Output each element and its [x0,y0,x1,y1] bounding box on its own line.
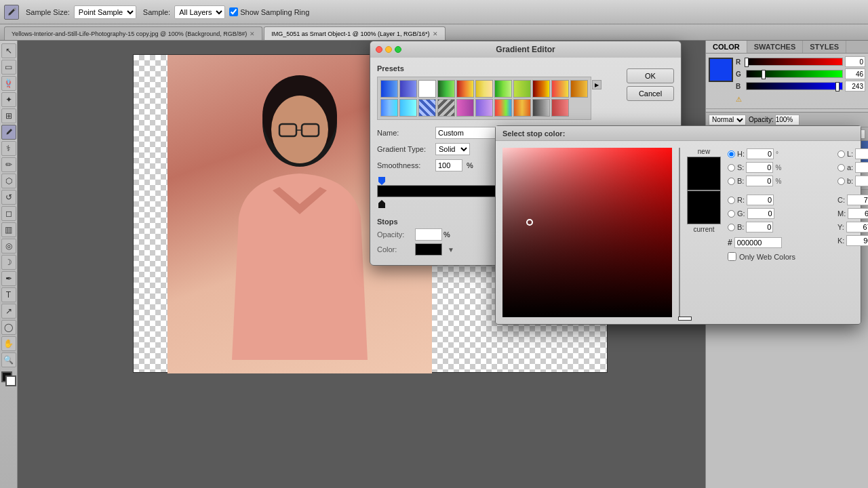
L-input[interactable] [855,148,868,159]
preset-15[interactable] [456,99,474,117]
foreground-bg-colors[interactable] [1,371,16,386]
gradient-tool[interactable]: ▥ [1,222,16,237]
g-thumb[interactable] [762,70,766,79]
show-sampling-wrap[interactable]: Show Sampling Ring [229,7,309,16]
blur-tool[interactable]: ◎ [1,239,16,253]
move-tool[interactable]: ↖ [1,43,16,58]
b3-input[interactable] [855,176,868,186]
H-radio[interactable] [728,150,735,158]
S-radio[interactable] [728,164,735,171]
hex-input[interactable] [734,237,782,248]
gradient-cancel-btn[interactable]: Cancel [627,86,674,101]
pen-tool[interactable]: ✒ [1,271,16,286]
preset-7[interactable] [513,80,531,98]
tab-1[interactable]: IMG_5051 as Smart Object-1 @ 100% (Layer… [264,26,445,40]
zoom-tool[interactable]: 🔍 [1,352,16,367]
Y-input[interactable] [846,222,868,232]
shape-tool[interactable]: ◯ [1,320,16,335]
sample-select[interactable]: All Layers [174,5,225,19]
type-select[interactable]: Solid Noise [435,143,470,155]
preset-5[interactable] [475,80,493,98]
r-input[interactable]: 0 [845,56,865,67]
color-stop-swatch[interactable] [415,243,442,256]
path-select-tool[interactable]: ↗ [1,304,16,319]
preset-19[interactable] [532,99,550,117]
r-slider[interactable] [746,58,843,66]
G-input[interactable] [747,208,774,219]
dodge-tool[interactable]: ☽ [1,255,16,270]
eyedropper-tool-left[interactable] [1,125,16,140]
presets-more-btn[interactable]: ▶ [592,80,601,89]
B-input[interactable] [746,176,773,186]
b3-radio[interactable] [837,178,845,185]
preset-13[interactable] [418,99,436,117]
K-input[interactable] [846,235,868,246]
minimize-dot[interactable] [385,46,392,53]
lasso-tool[interactable]: 🪢 [1,76,16,91]
styles-tab[interactable]: STYLES [803,41,846,53]
color-stop-0[interactable] [378,200,385,208]
preset-4[interactable] [456,80,474,98]
preset-8[interactable] [532,80,550,98]
blend-mode-select[interactable]: Normal [709,115,746,125]
R-radio[interactable] [728,197,735,204]
color-saturation-field[interactable] [502,148,672,317]
preset-3[interactable] [437,80,455,98]
maximize-dot[interactable] [395,46,401,53]
b-input[interactable]: 243 [845,81,865,92]
dropdown-arrow[interactable]: ▼ [448,246,454,253]
tab-1-close[interactable]: ✕ [433,30,438,37]
preset-9[interactable] [551,80,569,98]
wand-tool[interactable]: ✦ [1,92,16,107]
hue-thumb[interactable] [678,317,692,321]
preset-6[interactable] [494,80,512,98]
tab-0[interactable]: Yellows-Interior-and-Still-Life-Photogra… [4,26,262,40]
B-radio[interactable] [728,178,735,185]
history-tool[interactable]: ↺ [1,190,16,205]
eraser-tool[interactable]: ◻ [1,206,16,221]
preset-18[interactable] [513,99,531,117]
crop-tool[interactable]: ⊞ [1,108,16,123]
hue-bar[interactable] [679,148,680,317]
tab-0-close[interactable]: ✕ [250,30,255,37]
opacity-input[interactable] [775,115,800,125]
preset-1[interactable] [399,80,417,98]
H-input[interactable] [747,148,774,159]
swatches-tab[interactable]: SWATCHES [747,41,804,53]
healing-tool[interactable]: ⚕ [1,141,16,156]
gradient-ok-btn[interactable]: OK [627,68,674,83]
r-thumb[interactable] [745,58,749,67]
only-web-checkbox[interactable] [728,252,736,261]
text-tool[interactable]: T [1,287,16,302]
R-input[interactable] [747,195,774,205]
opacity-value-input[interactable] [415,228,442,241]
g-input[interactable]: 46 [845,68,865,79]
smoothness-input[interactable] [435,159,462,171]
b-thumb[interactable] [835,82,840,92]
brush-tool[interactable]: ✏ [1,157,16,172]
hand-tool[interactable]: ✋ [1,336,16,351]
stamp-tool[interactable]: ⬡ [1,174,16,188]
G-radio[interactable] [728,210,735,218]
show-sampling-checkbox[interactable] [229,7,238,16]
sample-size-select[interactable]: Point Sample [74,5,136,19]
B2-input[interactable] [746,222,773,232]
preset-20[interactable] [551,99,569,117]
g-slider[interactable] [746,70,843,78]
preset-12[interactable] [399,99,417,117]
select-tool[interactable]: ▭ [1,60,16,75]
close-dot[interactable] [376,46,382,53]
C-input[interactable] [847,195,868,205]
a-input[interactable] [855,162,868,173]
color-preview-swatch[interactable] [709,58,733,82]
preset-16[interactable] [475,99,493,117]
preset-10[interactable] [570,80,588,98]
eyedropper-tool[interactable] [4,5,19,20]
preset-11[interactable] [380,99,398,117]
L-radio[interactable] [837,150,845,158]
M-input[interactable] [848,208,868,219]
preset-14[interactable] [437,99,455,117]
preset-0[interactable] [380,80,398,98]
preset-17[interactable] [494,99,512,117]
S-input[interactable] [746,162,773,173]
